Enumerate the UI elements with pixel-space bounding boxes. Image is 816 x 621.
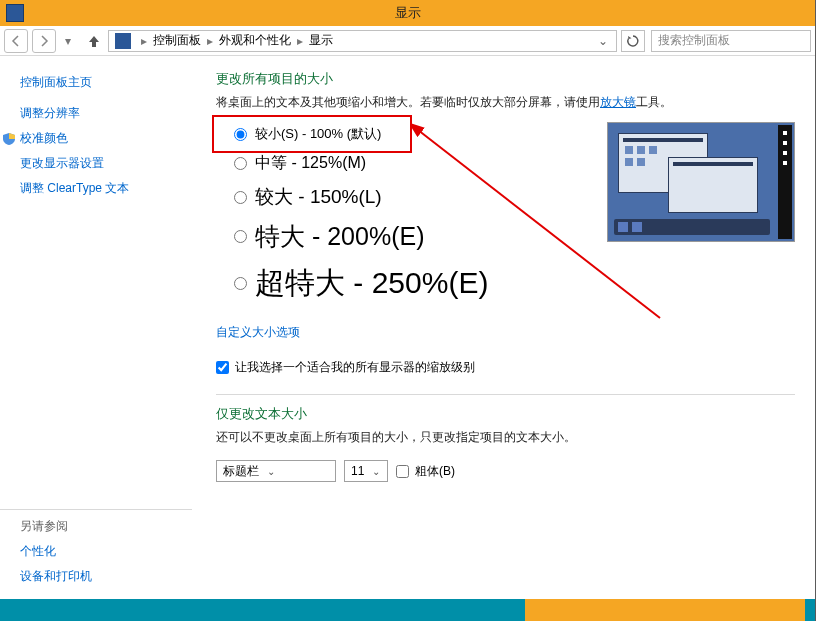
breadcrumb-item[interactable]: 显示 [309, 32, 333, 49]
sidebar-link-resolution[interactable]: 调整分辨率 [20, 105, 192, 122]
desc-post: 工具。 [636, 95, 672, 109]
text-item-select[interactable]: 标题栏 ⌄ [216, 460, 336, 482]
option-label: 超特大 - 250%(E) [255, 263, 488, 304]
chevron-down-icon: ⌄ [372, 466, 380, 477]
window-title: 显示 [395, 4, 421, 22]
option-label: 特大 - 200%(E) [255, 220, 424, 253]
content: 控制面板主页 调整分辨率 校准颜色 更改显示器设置 调整 ClearType 文… [0, 56, 815, 599]
option-label: 较小(S) - 100% (默认) [255, 125, 381, 143]
history-dropdown[interactable]: ▾ [60, 29, 76, 53]
sidebar: 控制面板主页 调整分辨率 校准颜色 更改显示器设置 调整 ClearType 文… [0, 56, 200, 599]
radio-xl[interactable] [234, 230, 247, 243]
chevron-down-icon: ⌄ [267, 466, 275, 477]
sidebar-see-also: 另请参阅 个性化 设备和打印机 [20, 499, 192, 593]
footer-segment [525, 599, 805, 621]
bold-checkbox-row[interactable]: 粗体(B) [396, 463, 455, 480]
bold-label: 粗体(B) [415, 463, 455, 480]
radio-smaller[interactable] [234, 128, 247, 141]
description: 将桌面上的文本及其他项缩小和增大。若要临时仅放大部分屏幕，请使用放大镜工具。 [216, 94, 795, 111]
desc-pre: 将桌面上的文本及其他项缩小和增大。若要临时仅放大部分屏幕，请使用 [216, 95, 600, 109]
option-xxl[interactable]: 超特大 - 250%(E) [234, 263, 795, 304]
refresh-button[interactable] [621, 30, 645, 52]
radio-medium[interactable] [234, 157, 247, 170]
option-label: 中等 - 125%(M) [255, 153, 366, 174]
sidebar-home[interactable]: 控制面板主页 [20, 74, 192, 91]
text-only-controls: 标题栏 ⌄ 11 ⌄ 粗体(B) [216, 460, 795, 482]
text-size-select[interactable]: 11 ⌄ [344, 460, 388, 482]
description2: 还可以不更改桌面上所有项目的大小，只更改指定项目的文本大小。 [216, 429, 795, 446]
sidebar-link-display-settings[interactable]: 更改显示器设置 [20, 155, 192, 172]
breadcrumb[interactable]: ▸ 控制面板 ▸ 外观和个性化 ▸ 显示 ⌄ [108, 30, 617, 52]
option-label: 较大 - 150%(L) [255, 184, 382, 210]
radio-xxl[interactable] [234, 277, 247, 290]
sidebar-link-cleartype[interactable]: 调整 ClearType 文本 [20, 180, 192, 197]
magnifier-link[interactable]: 放大镜 [600, 95, 636, 109]
control-panel-icon [115, 33, 131, 49]
breadcrumb-item[interactable]: 控制面板 [153, 32, 201, 49]
preview-graphic [607, 122, 795, 242]
titlebar: 显示 [0, 0, 815, 26]
sidebar-link-calibrate[interactable]: 校准颜色 [20, 130, 68, 147]
see-also-devices[interactable]: 设备和打印机 [20, 568, 192, 585]
scaling-checkbox-label: 让我选择一个适合我的所有显示器的缩放级别 [235, 359, 475, 376]
radio-larger[interactable] [234, 191, 247, 204]
back-button[interactable] [4, 29, 28, 53]
see-also-personalization[interactable]: 个性化 [20, 543, 192, 560]
scaling-checkbox-row: 让我选择一个适合我的所有显示器的缩放级别 [216, 359, 795, 376]
main-panel: 更改所有项目的大小 将桌面上的文本及其他项缩小和增大。若要临时仅放大部分屏幕，请… [200, 56, 815, 599]
text-size-value: 11 [351, 464, 364, 478]
see-also-label: 另请参阅 [20, 518, 192, 535]
heading-text-only: 仅更改文本大小 [216, 405, 795, 423]
navbar: ▾ ▸ 控制面板 ▸ 外观和个性化 ▸ 显示 ⌄ 搜索控制面板 [0, 26, 815, 56]
footer-bar [0, 599, 815, 621]
search-input[interactable]: 搜索控制面板 [651, 30, 811, 52]
chevron-right-icon: ▸ [297, 34, 303, 48]
chevron-right-icon: ▸ [207, 34, 213, 48]
forward-button[interactable] [32, 29, 56, 53]
shield-icon [2, 132, 16, 146]
system-icon [6, 4, 24, 22]
scaling-checkbox[interactable] [216, 361, 229, 374]
chevron-right-icon: ▸ [141, 34, 147, 48]
breadcrumb-item[interactable]: 外观和个性化 [219, 32, 291, 49]
breadcrumb-dropdown[interactable]: ⌄ [592, 34, 614, 48]
up-button[interactable] [82, 29, 106, 53]
heading-change-size: 更改所有项目的大小 [216, 70, 795, 88]
text-item-value: 标题栏 [223, 463, 259, 480]
custom-size-link[interactable]: 自定义大小选项 [216, 324, 300, 341]
search-placeholder: 搜索控制面板 [658, 32, 730, 49]
bold-checkbox[interactable] [396, 465, 409, 478]
